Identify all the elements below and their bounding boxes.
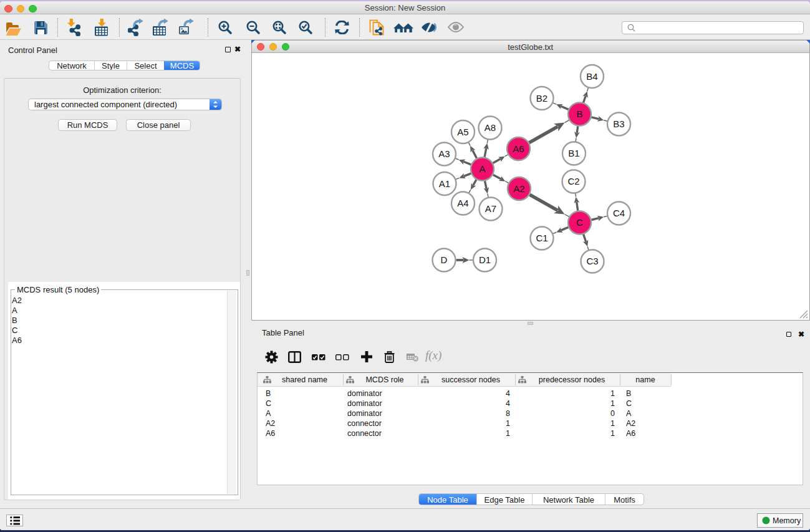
svg-text:A8: A8 (485, 122, 496, 133)
svg-text:A2: A2 (513, 183, 524, 194)
svg-text:A5: A5 (457, 127, 468, 137)
svg-text:C4: C4 (613, 208, 625, 218)
svg-text:D1: D1 (479, 254, 491, 265)
svg-text:A1: A1 (439, 178, 450, 189)
svg-text:D: D (441, 254, 448, 265)
svg-text:C1: C1 (536, 233, 547, 243)
svg-text:A4: A4 (457, 198, 468, 208)
svg-text:C2: C2 (567, 176, 579, 186)
svg-text:C3: C3 (586, 256, 598, 266)
svg-text:A3: A3 (438, 148, 450, 159)
svg-text:B4: B4 (586, 71, 597, 82)
svg-text:A: A (479, 163, 485, 174)
svg-text:A7: A7 (485, 203, 496, 214)
svg-text:B: B (576, 109, 582, 119)
svg-text:B2: B2 (536, 93, 547, 104)
svg-text:B1: B1 (568, 148, 579, 158)
svg-text:A6: A6 (513, 143, 524, 154)
svg-text:C: C (576, 217, 583, 228)
svg-text:B3: B3 (613, 118, 624, 129)
